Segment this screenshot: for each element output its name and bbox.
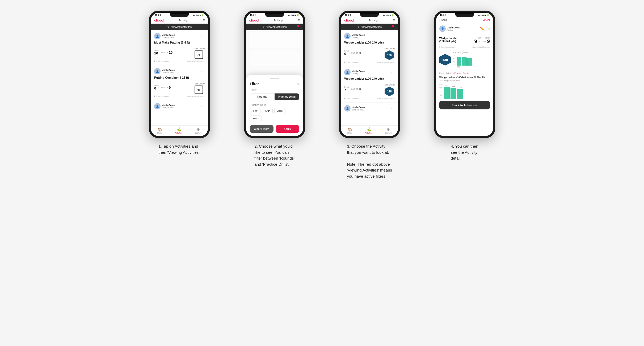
hamburger-icon-3[interactable]: ≡: [393, 18, 395, 22]
data-source-3b: Data: Clippd Capture: [377, 97, 395, 100]
activity-card-3[interactable]: 👤 Josh Coles 28 Feb 2023 ···: [151, 100, 208, 114]
more-btn-1[interactable]: ···: [201, 34, 205, 38]
phone-2-screen: 13:21 ▪▪▪ WiFi 🔋 clippd Activity ≡ ⚙: [246, 13, 303, 136]
more-btn-3[interactable]: ···: [201, 104, 205, 108]
user-info-3a: 👤 Josh Coles Today: [344, 33, 365, 39]
step-desc-2: 2. Choose what you'dlike to see. You can…: [254, 143, 294, 167]
filter-close-btn[interactable]: ✕: [296, 82, 299, 86]
nav-activities-1[interactable]: ⛳ Activities: [175, 127, 182, 134]
filter-overlay: Filter ✕ Show Rounds Practice Drills Pra…: [246, 75, 303, 136]
wifi-icon: WiFi: [196, 14, 201, 16]
hamburger-icon-1[interactable]: ≡: [203, 18, 205, 22]
score-label-3b: Score: [344, 86, 349, 88]
back-btn[interactable]: ‹ Back: [439, 19, 447, 22]
user-date-3c: 28 Feb 2023: [352, 109, 365, 111]
activity-card-3b[interactable]: 👤 Josh Coles Today ··· Wedge Ladder (100…: [341, 66, 398, 102]
drill-detail-title: Wedge Ladder (100-140 yds) - 06 Mar 23: [439, 76, 490, 79]
card-header-3c: 👤 Josh Coles 28 Feb 2023 ···: [344, 105, 395, 112]
capture-icon-1: ⊕: [197, 127, 200, 131]
nav-home-3[interactable]: 🏠 Home: [347, 127, 352, 134]
apply-btn[interactable]: Apply: [276, 125, 299, 133]
nav-activities-label-3: Activities: [365, 132, 372, 134]
chip-app[interactable]: APP: [262, 108, 273, 114]
drill-title: Wedge Ladder(100-140 yds): [439, 37, 458, 43]
phone-3-frame: 13:20 ▪▪▪ WiFi 🔋 clippd Activity ≡ ⚙: [339, 11, 400, 138]
status-icons-2: ▪▪▪ WiFi 🔋: [288, 14, 299, 16]
signal-icon: ▪▪▪: [193, 14, 196, 16]
stats-row-1: Score 10 OUT OF 20 Shot Quality 75: [154, 46, 205, 59]
viewing-banner-2[interactable]: ⚙ Viewing Activities: [246, 24, 303, 30]
phone-4-frame: 13:21 ▪▪▪ WiFi 🔋 ‹ Back Cancel 👤: [434, 11, 495, 138]
hamburger-icon-2[interactable]: ≡: [298, 18, 300, 22]
rounds-toggle[interactable]: Rounds: [250, 93, 275, 100]
chip-putt[interactable]: PUTT: [250, 116, 262, 121]
expand-icon[interactable]: ⊞: [487, 27, 490, 31]
sq-label-2: Shot Quality: [195, 83, 205, 85]
sq-hex-3a: 130: [385, 50, 394, 60]
chip-group: OTT APP ARG PUTT: [250, 108, 299, 121]
user-date-2: 28 Feb 2023: [162, 71, 175, 74]
test-info-1: ℹ Test Information: [154, 60, 169, 62]
detail-content: Wedge Ladder(100-140 yds) Score Shots 9 …: [436, 34, 493, 136]
battery-icon-3: 🔋: [392, 14, 394, 16]
card-header-3a: 👤 Josh Coles Today ···: [344, 33, 395, 39]
filter-title: Filter: [250, 82, 259, 86]
cancel-btn[interactable]: Cancel: [482, 19, 490, 22]
phone-3-notch: [360, 13, 379, 17]
phone-4-screen: 13:21 ▪▪▪ WiFi 🔋 ‹ Back Cancel 👤: [436, 13, 493, 136]
more-btn-3b[interactable]: ···: [391, 70, 395, 74]
bar-3: [467, 58, 472, 66]
viewing-banner-text-2: Viewing Activities: [266, 25, 287, 28]
y-axis-100: 100: [453, 58, 455, 59]
battery-icon: 🔋: [201, 14, 204, 16]
screen-scroll-3: 👤 Josh Coles Today ··· Wedge Ladder (100…: [341, 30, 398, 125]
nav-capture-label-1: Capture: [195, 132, 202, 134]
step-1-col: 13:20 ▪▪▪ WiFi 🔋 clippd Activity ≡ ⚙: [136, 11, 223, 155]
viewing-banner-1[interactable]: ⚙ Viewing Activities: [151, 24, 208, 30]
activity-card-3a[interactable]: 👤 Josh Coles Today ··· Wedge Ladder (100…: [341, 30, 398, 66]
user-date-1: 28 Feb 2023: [162, 36, 175, 39]
viewing-banner-3[interactable]: ⚙ Viewing Activities: [341, 24, 398, 30]
edit-icon[interactable]: ✏️: [480, 27, 485, 31]
filter-icon-3: ⚙: [357, 25, 360, 28]
nav-capture-1[interactable]: ⊕ Capture: [195, 127, 202, 134]
sq-badge-1: 75: [195, 50, 203, 59]
more-btn-2[interactable]: ···: [201, 69, 205, 73]
more-btn-3c[interactable]: ···: [391, 106, 395, 110]
activity-title-3b: Wedge Ladder (100-140 yds): [344, 77, 395, 80]
wifi-icon-4: WiFi: [481, 14, 486, 16]
signal-icon-3: ▪▪▪: [383, 14, 386, 16]
app-header-3: clippd Activity ≡: [341, 17, 398, 24]
activity-card-1[interactable]: 👤 Josh Coles 28 Feb 2023 ··· Must Make P…: [151, 30, 208, 65]
nav-activities-3[interactable]: ⛳ Activities: [365, 127, 372, 134]
back-to-activities-btn[interactable]: Back to Activities: [439, 101, 490, 109]
score-value-2: 0: [154, 86, 159, 90]
outof-3a: OUT OF 9: [351, 51, 361, 55]
user-info-1: 👤 Josh Coles 28 Feb 2023: [154, 33, 175, 39]
data-source-2: Data: Clippd Capture: [187, 95, 205, 97]
y-axis-140: 140: [453, 55, 455, 57]
clear-filters-btn[interactable]: Clear Filters: [250, 125, 273, 133]
chip-ott[interactable]: OTT: [250, 108, 260, 114]
filter-handle: [270, 78, 279, 79]
score-value-1: 10: [154, 51, 159, 55]
wifi-icon-3: WiFi: [386, 14, 391, 16]
stats-row-3a: Score 9 OUT OF 9 Shot Quality 130: [344, 46, 395, 60]
sq-hex-3b: 118: [385, 87, 394, 96]
more-btn-3a[interactable]: ···: [391, 34, 395, 38]
app-logo-2: clippd: [249, 18, 259, 22]
activity-card-2[interactable]: 👤 Josh Coles 28 Feb 2023 ··· Putting Com…: [151, 65, 208, 100]
outof-val-3b: 9: [359, 87, 361, 91]
avg-sq-label: Avg Shot Quality: [453, 52, 472, 54]
phone-1-screen: 13:20 ▪▪▪ WiFi 🔋 clippd Activity ≡ ⚙: [151, 13, 208, 136]
practice-drills-toggle[interactable]: Practice Drills: [275, 93, 299, 100]
chip-arg[interactable]: ARG: [274, 108, 285, 114]
bottom-nav-3: 🏠 Home ⛳ Activities ⊕ Capture: [341, 125, 398, 136]
phone-4-notch: [455, 13, 474, 17]
outof-val-3a: 9: [359, 51, 361, 55]
nav-capture-3[interactable]: ⊕ Capture: [385, 127, 392, 134]
nav-home-1[interactable]: 🏠 Home: [157, 127, 162, 134]
activity-card-3c[interactable]: 👤 Josh Coles 28 Feb 2023 ···: [341, 102, 398, 116]
user-info-3b: 👤 Josh Coles Today: [344, 69, 365, 75]
divider-4b: [439, 70, 490, 70]
